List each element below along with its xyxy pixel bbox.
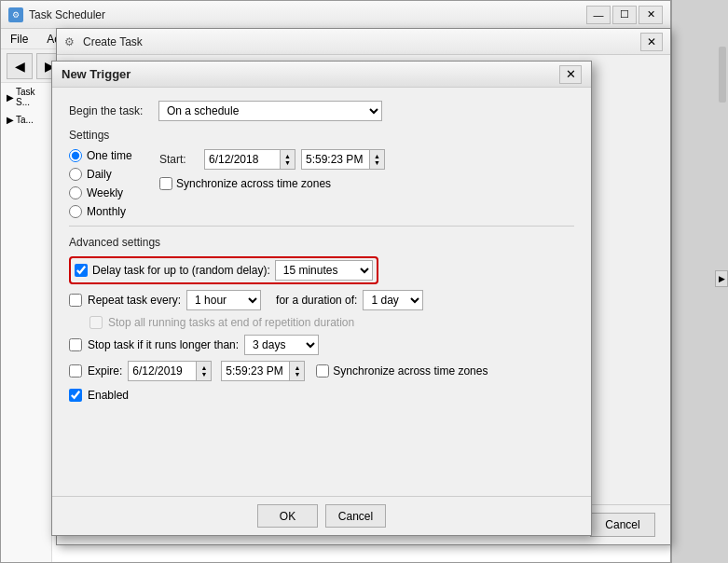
- new-trigger-footer: OK Cancel: [52, 496, 591, 535]
- start-time-spin[interactable]: ▲▼: [369, 150, 384, 169]
- schedule-right: Start: 6/12/2018 ▲▼ 5:59:23 PM ▲▼: [159, 149, 574, 218]
- new-trigger-titlebar: New Trigger ✕: [52, 62, 591, 88]
- radio-weekly[interactable]: Weekly: [69, 186, 148, 199]
- start-label: Start:: [159, 153, 199, 166]
- stop-task-select[interactable]: 3 days: [244, 335, 319, 355]
- delay-checkbox[interactable]: [75, 264, 88, 277]
- duration-label: for a duration of:: [276, 294, 357, 307]
- create-task-close-btn[interactable]: ✕: [640, 33, 663, 51]
- radio-monthly-label: Monthly: [87, 205, 126, 218]
- ta-label: Ta...: [16, 115, 34, 125]
- sidebar: ▶ Task S... ▶ Ta...: [1, 83, 52, 562]
- settings-content: One time Daily Weekly Monthly Sta: [69, 149, 574, 218]
- ta-icon: ▶: [7, 115, 14, 125]
- expire-time-field[interactable]: 5:59:23 PM ▲▼: [221, 361, 305, 381]
- menu-file[interactable]: File: [1, 31, 37, 48]
- radio-one-time[interactable]: One time: [69, 149, 148, 162]
- radio-weekly-label: Weekly: [87, 186, 123, 199]
- schedule-radio-group: One time Daily Weekly Monthly: [69, 149, 148, 218]
- new-trigger-dialog: New Trigger ✕ Begin the task: On a sched…: [51, 61, 592, 536]
- delay-label: Delay task for up to (random delay):: [92, 264, 270, 277]
- expand-arrow[interactable]: ▶: [715, 270, 728, 287]
- radio-daily-input[interactable]: [69, 168, 82, 181]
- spin-arrows: ▲▼: [284, 153, 291, 166]
- begin-task-row: Begin the task: On a schedule: [69, 101, 574, 121]
- advanced-label: Advanced settings: [69, 236, 574, 249]
- window-controls: — ☐ ✕: [586, 6, 663, 24]
- new-trigger-close-btn[interactable]: ✕: [559, 65, 582, 84]
- start-time-field[interactable]: 5:59:23 PM ▲▼: [301, 149, 385, 170]
- close-button[interactable]: ✕: [639, 6, 663, 24]
- taskscheduler-icon: ⚙: [8, 7, 23, 22]
- radio-daily-label: Daily: [87, 168, 112, 181]
- sync-checkbox[interactable]: [159, 177, 172, 190]
- create-task-dialog-title: Create Task: [83, 35, 640, 48]
- repeat-select[interactable]: 1 hour: [186, 290, 261, 310]
- stop-running-label: Stop all running tasks at end of repetit…: [108, 316, 354, 329]
- begin-task-label: Begin the task:: [69, 104, 151, 117]
- ts-icon: ▶: [7, 92, 14, 103]
- stop-running-checkbox: [89, 316, 103, 329]
- settings-label: Settings: [69, 129, 574, 142]
- cancel-button[interactable]: Cancel: [325, 504, 386, 528]
- start-date-spin[interactable]: ▲▼: [280, 150, 295, 169]
- minimize-button[interactable]: —: [586, 6, 611, 24]
- radio-one-time-label: One time: [87, 149, 132, 162]
- scrollbar[interactable]: [719, 47, 726, 103]
- sync-row: Synchronize across time zones: [159, 177, 574, 190]
- sidebar-item-task-scheduler[interactable]: ▶ Task S...: [1, 83, 51, 111]
- sync-label: Synchronize across time zones: [176, 177, 331, 190]
- stop-task-row: Stop task if it runs longer than: 3 days: [69, 335, 574, 355]
- expire-sync-checkbox[interactable]: [316, 364, 329, 378]
- delay-select[interactable]: 15 minutes: [275, 260, 373, 281]
- start-row: Start: 6/12/2018 ▲▼ 5:59:23 PM ▲▼: [159, 149, 574, 170]
- ts-label: Task S...: [16, 87, 46, 107]
- delay-row: Delay task for up to (random delay): 15 …: [69, 256, 574, 284]
- start-date-text: 6/12/2018: [205, 153, 280, 166]
- start-date-field[interactable]: 6/12/2018 ▲▼: [204, 149, 295, 170]
- stop-task-checkbox[interactable]: [69, 338, 82, 351]
- maximize-button[interactable]: ☐: [612, 6, 637, 24]
- back-button[interactable]: ◀: [7, 53, 33, 79]
- stop-running-row: Stop all running tasks at end of repetit…: [69, 316, 574, 329]
- enabled-label: Enabled: [88, 389, 129, 402]
- radio-one-time-input[interactable]: [69, 149, 82, 162]
- expire-sync-label: Synchronize across time zones: [333, 364, 488, 378]
- new-trigger-content: Begin the task: On a schedule Settings O…: [52, 88, 591, 505]
- create-task-titlebar: ⚙ Create Task ✕: [57, 29, 670, 55]
- expire-checkbox[interactable]: [69, 364, 82, 378]
- taskscheduler-titlebar: ⚙ Task Scheduler — ☐ ✕: [1, 1, 670, 29]
- taskscheduler-title: Task Scheduler: [29, 8, 586, 21]
- radio-weekly-input[interactable]: [69, 186, 82, 199]
- advanced-section: Advanced settings Delay task for up to (…: [69, 226, 574, 402]
- create-task-dialog-icon: ⚙: [64, 35, 77, 48]
- radio-daily[interactable]: Daily: [69, 168, 148, 181]
- repeat-row: Repeat task every: 1 hour for a duration…: [69, 290, 574, 310]
- create-task-cancel-btn[interactable]: Cancel: [590, 513, 655, 537]
- repeat-checkbox[interactable]: [69, 294, 82, 307]
- radio-monthly-input[interactable]: [69, 205, 82, 218]
- radio-monthly[interactable]: Monthly: [69, 205, 148, 218]
- right-panel: ▶: [671, 0, 728, 563]
- expire-row: Expire: 6/12/2019 ▲▼ 5:59:23 PM ▲▼ Synch…: [69, 361, 574, 381]
- expire-time-spin[interactable]: ▲▼: [289, 362, 304, 380]
- enabled-row: Enabled: [69, 389, 574, 402]
- time-spin-arrows: ▲▼: [374, 153, 380, 166]
- ok-button[interactable]: OK: [257, 504, 318, 528]
- expire-time-text: 5:59:23 PM: [222, 364, 289, 378]
- enabled-checkbox[interactable]: [69, 389, 82, 402]
- stop-task-label: Stop task if it runs longer than:: [88, 338, 239, 351]
- expire-date-field[interactable]: 6/12/2019 ▲▼: [128, 361, 212, 381]
- start-time-text: 5:59:23 PM: [302, 153, 369, 166]
- new-trigger-title: New Trigger: [62, 67, 559, 81]
- expire-date-spin[interactable]: ▲▼: [196, 362, 211, 380]
- repeat-label: Repeat task every:: [88, 294, 181, 307]
- expire-date-text: 6/12/2019: [129, 364, 196, 378]
- expire-sync-row: Synchronize across time zones: [316, 364, 488, 378]
- duration-select[interactable]: 1 day: [363, 290, 423, 310]
- delay-highlighted-area: Delay task for up to (random delay): 15 …: [69, 256, 378, 284]
- begin-task-select[interactable]: On a schedule: [158, 101, 382, 121]
- expire-label: Expire:: [88, 364, 122, 378]
- sidebar-item-ta[interactable]: ▶ Ta...: [1, 111, 51, 129]
